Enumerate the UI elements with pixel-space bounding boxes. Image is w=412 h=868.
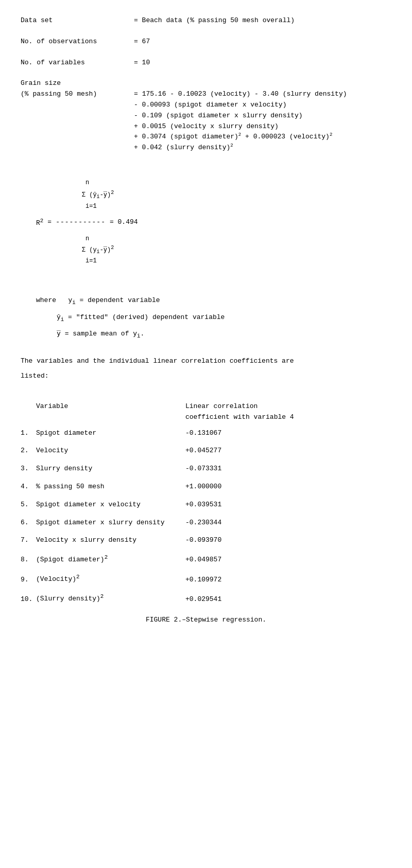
row1-num: 1.	[21, 428, 36, 439]
row2-corr: +0.045277	[185, 446, 391, 456]
table-row: 5. Spigot diameter x velocity +0.039531	[21, 500, 391, 510]
r2-label: R2	[36, 217, 43, 229]
row4-corr: +1.000000	[185, 482, 391, 492]
row8-num: 8.	[21, 555, 36, 565]
listed-line: listed:	[21, 371, 391, 382]
equation-line3: - 0.109 (spigot diameter x slurry densit…	[134, 111, 391, 121]
r2-block: n Σ (ŷi-y̅)2 i=1 R2 = ----------- = 0.49…	[36, 178, 391, 267]
observations-label: No. of observations	[21, 37, 134, 47]
row3-corr: -0.073331	[185, 464, 391, 474]
row9-corr: +0.109972	[185, 575, 391, 586]
table-row: 1. Spigot diameter -0.131067	[21, 428, 391, 439]
equation-label2: (% passing 50 mesh)	[21, 89, 134, 100]
eq-equals: =	[134, 90, 138, 98]
where-yi-line: where yi = dependent variable	[36, 295, 391, 307]
equation-line6: + 0.042 (slurry density)2	[134, 143, 391, 153]
eq-line6-sup: 2	[230, 143, 233, 148]
row4-num: 4.	[21, 482, 36, 492]
eq-line5-end: + 0.000023 (velocity)	[241, 133, 330, 140]
table-row: 3. Slurry density -0.073331	[21, 464, 391, 474]
r2-num-from: i=1	[67, 202, 391, 211]
row8-corr: +0.049857	[185, 555, 391, 565]
row1-name: Spigot diameter	[36, 428, 185, 439]
r2-num-sum: Σ (ŷi-y̅)2	[67, 189, 391, 201]
col2-header-line2: coefficient with variable 4	[185, 412, 391, 423]
variables-table: Variable Linear correlation coefficient …	[21, 401, 391, 605]
eq-line1: 175.16 - 0.10023 (velocity) - 3.40 (slur…	[142, 90, 347, 98]
r2-den-n: n	[67, 234, 391, 244]
equation-block: Grain size (% passing 50 mesh) = 175.16 …	[21, 78, 391, 153]
variables-count-row: No. of variables = 10	[21, 58, 391, 68]
col2-header-line1: Linear correlation	[185, 401, 391, 412]
where-ybar-line: y̅ = sample mean of yi.	[57, 329, 391, 341]
row9-num: 9.	[21, 575, 36, 586]
table-col2-header: Linear correlation coefficient with vari…	[185, 401, 391, 423]
row1-corr: -0.131067	[185, 428, 391, 439]
row7-corr: -0.093970	[185, 535, 391, 546]
table-row: 9. (Velocity)2 +0.109972	[21, 573, 391, 585]
table-row: 4. % passing 50 mesh +1.000000	[21, 482, 391, 492]
figure-caption: FIGURE 2.–Stepwise regression.	[21, 615, 391, 626]
variables-count-value: = 10	[134, 58, 391, 68]
equation-label1: Grain size	[21, 78, 134, 89]
dataset-row: Data set = Beach data (% passing 50 mesh…	[21, 15, 391, 26]
eq-line5-sup2: 2	[330, 132, 332, 137]
equation-value-line1: = 175.16 - 0.10023 (velocity) - 3.40 (sl…	[134, 89, 391, 100]
equation-line5: + 0.3074 (spigot diameter)2 + 0.000023 (…	[134, 132, 391, 143]
row5-num: 5.	[21, 500, 36, 510]
r2-eq-sign: =	[47, 217, 52, 228]
table-col1-header: Variable	[21, 401, 185, 423]
description-line: The variables and the individual linear …	[21, 356, 391, 367]
row8-name: (Spigot diameter)2	[36, 553, 185, 565]
row4-name: % passing 50 mesh	[36, 482, 185, 492]
r2-equation-row: R2 = ----------- = 0.494	[36, 217, 391, 229]
r2-dashes: -----------	[56, 217, 106, 228]
r2-den-from: i=1	[67, 256, 391, 266]
row10-corr: +0.029541	[185, 594, 391, 605]
row2-name: Velocity	[36, 446, 185, 456]
eq-line5-text: + 0.3074 (spigot diameter)	[134, 133, 238, 140]
row6-num: 6.	[21, 518, 36, 528]
row7-num: 7.	[21, 535, 36, 546]
r2-num-n: n	[67, 178, 391, 188]
table-row: 2. Velocity +0.045277	[21, 446, 391, 456]
row6-corr: -0.230344	[185, 518, 391, 528]
table-row: 8. (Spigot diameter)2 +0.049857	[21, 553, 391, 565]
row3-num: 3.	[21, 464, 36, 474]
listed-text: listed:	[21, 372, 49, 380]
where-yhat-line: ŷi = "fitted" (derived) dependent variab…	[57, 312, 391, 324]
row6-name: Spigot diameter x slurry density	[36, 518, 185, 528]
where-block: where yi = dependent variable ŷi = "fitt…	[36, 295, 391, 341]
r2-equals-val: = 0.494	[110, 217, 138, 228]
row5-corr: +0.039531	[185, 500, 391, 510]
table-row: 7. Velocity x slurry density -0.093970	[21, 535, 391, 546]
table-header: Variable Linear correlation coefficient …	[21, 401, 391, 423]
equation-main-line: (% passing 50 mesh) = 175.16 - 0.10023 (…	[21, 89, 391, 100]
variables-count-label: No. of variables	[21, 58, 134, 68]
r2-den-sum: Σ (yi-y̅)2	[67, 244, 391, 256]
equation-label-line: Grain size	[21, 78, 391, 89]
where-intro: where	[36, 296, 56, 304]
row9-name: (Velocity)2	[36, 573, 185, 585]
dataset-label: Data set	[21, 15, 134, 26]
col1-header-text: Variable	[36, 402, 68, 410]
row10-num: 10.	[21, 594, 36, 605]
table-row: 6. Spigot diameter x slurry density -0.2…	[21, 518, 391, 528]
row5-name: Spigot diameter x velocity	[36, 500, 185, 510]
row10-name: (Slurry density)2	[36, 592, 185, 605]
equation-line4: + 0.0015 (velocity x slurry density)	[134, 121, 391, 132]
observations-row: No. of observations = 67	[21, 37, 391, 47]
row7-name: Velocity x slurry density	[36, 535, 185, 546]
observations-value: = 67	[134, 37, 391, 47]
table-row: 10. (Slurry density)2 +0.029541	[21, 592, 391, 605]
row2-num: 2.	[21, 446, 36, 456]
dataset-value: = Beach data (% passing 50 mesh overall)	[134, 15, 391, 26]
equation-line2: - 0.00093 (spigot diameter x velocity)	[134, 100, 391, 111]
page: Data set = Beach data (% passing 50 mesh…	[21, 15, 391, 626]
row3-name: Slurry density	[36, 464, 185, 474]
eq-line6-text: + 0.042 (slurry density)	[134, 144, 230, 151]
description-text: The variables and the individual linear …	[21, 357, 294, 365]
